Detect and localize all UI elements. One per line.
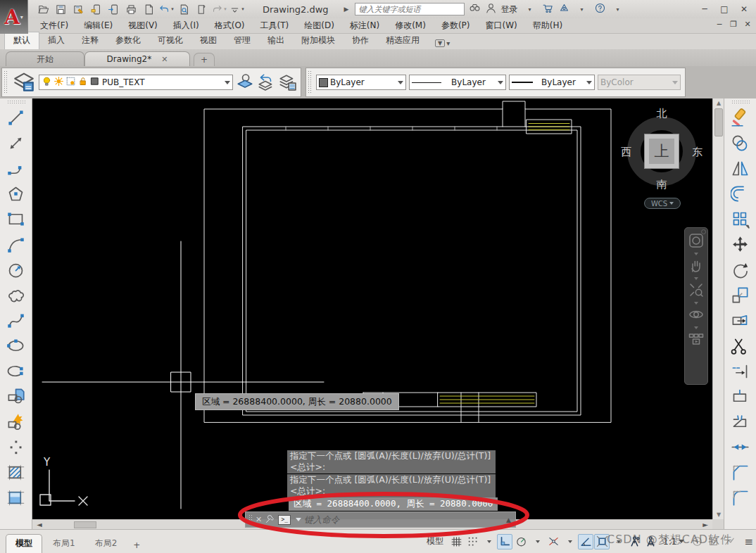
menu-item-参数P[interactable]: 参数(P)	[434, 18, 478, 33]
linetype-dropdown[interactable]: ByLayer	[409, 75, 506, 90]
menu-item-绘图D[interactable]: 绘图(D)	[296, 18, 342, 33]
copy-tool-button[interactable]	[726, 130, 755, 155]
redo-icon[interactable]: ▾	[211, 2, 227, 16]
break-tool-button[interactable]	[726, 409, 755, 434]
revision-cloud-tool-button[interactable]	[2, 282, 30, 307]
ribbon-tab-输出[interactable]: 输出	[259, 32, 293, 49]
offset-tool-button[interactable]	[726, 181, 755, 206]
insert-block-tool-button[interactable]	[2, 383, 30, 409]
hatch-tool-button[interactable]	[2, 459, 30, 485]
ellipse-arc-tool-button[interactable]	[2, 358, 30, 383]
save-icon[interactable]	[53, 2, 68, 16]
mirror-tool-button[interactable]	[726, 155, 755, 181]
layer-previous-icon[interactable]	[257, 72, 275, 93]
stretch-tool-button[interactable]	[726, 307, 755, 333]
ortho-mode-toggle[interactable]	[497, 534, 512, 549]
plot-icon[interactable]	[123, 2, 139, 16]
sign-in-dropdown-icon[interactable]: ▾	[522, 2, 538, 16]
navbar-customize-icon[interactable]	[701, 229, 706, 234]
scale-tool-button[interactable]	[726, 282, 755, 307]
erase-tool-button[interactable]	[726, 105, 755, 130]
menu-item-修改M[interactable]: 修改(M)	[387, 18, 434, 33]
doc-minimize-button[interactable]: ─	[714, 20, 725, 29]
polar-tracking-dropdown-icon[interactable]	[529, 534, 545, 549]
move-tool-button[interactable]	[726, 231, 755, 257]
spline-tool-button[interactable]	[2, 307, 30, 333]
vertical-scrollbar[interactable]: ▲ ▼	[712, 98, 724, 519]
layout-tab-模型[interactable]: 模型	[6, 534, 42, 553]
a360-dropdown-icon[interactable]: ▾	[574, 2, 590, 16]
minimize-button[interactable]: ─	[695, 2, 714, 16]
polygon-tool-button[interactable]	[2, 181, 30, 206]
view-cube-north-label[interactable]: 北	[657, 107, 667, 120]
tab-close-icon[interactable]: ✕	[161, 55, 168, 64]
snap-mode-toggle[interactable]	[465, 534, 480, 549]
command-input[interactable]	[304, 514, 503, 525]
search-icon[interactable]	[469, 2, 481, 16]
layout-tab-布局2[interactable]: 布局2	[86, 535, 127, 553]
object-color-dropdown[interactable]: ByLayer	[316, 75, 406, 90]
navbar-dropdown-icon[interactable]	[694, 253, 698, 255]
ribbon-tab-协作[interactable]: 协作	[344, 32, 377, 49]
command-bar-grip[interactable]	[248, 514, 253, 525]
menu-item-插入I[interactable]: 插入(I)	[165, 18, 207, 33]
ribbon-tab-管理[interactable]: 管理	[225, 32, 259, 49]
layer-properties-icon[interactable]	[12, 70, 36, 96]
construction-line-tool-button[interactable]	[2, 130, 30, 155]
array-tool-button[interactable]	[726, 206, 755, 231]
line-tool-button[interactable]	[2, 105, 30, 130]
ellipse-tool-button[interactable]	[2, 333, 30, 358]
help-icon[interactable]	[594, 2, 606, 16]
scroll-down-icon[interactable]: ▼	[713, 511, 724, 518]
model-space-label[interactable]: 模型	[422, 535, 448, 547]
navigation-wheel-icon[interactable]	[688, 232, 705, 251]
customization-menu-icon[interactable]: ≡	[741, 535, 756, 548]
command-bar-close-icon[interactable]: ✕	[256, 515, 262, 524]
ribbon-tab-注释[interactable]: 注释	[73, 32, 107, 49]
save-as-icon[interactable]	[70, 2, 86, 16]
make-object-layer-current-icon[interactable]	[236, 72, 254, 93]
ribbon-tab-可视化[interactable]: 可视化	[149, 32, 191, 49]
zoom-icon[interactable]	[688, 281, 705, 300]
scroll-right-icon[interactable]: ►	[703, 520, 708, 530]
extend-tool-button[interactable]	[726, 358, 755, 383]
rectangle-tool-button[interactable]	[2, 206, 30, 231]
ribbon-tab-附加模块[interactable]: 附加模块	[293, 32, 344, 49]
ribbon-tab-参数化[interactable]: 参数化	[107, 32, 149, 49]
sign-in-button[interactable]: 登录	[501, 4, 518, 15]
customize-quick-access-icon[interactable]: ▾	[229, 2, 244, 16]
ribbon-tab-精选应用[interactable]: 精选应用	[377, 32, 428, 49]
arc-tool-button[interactable]	[2, 231, 30, 257]
break-at-point-tool-button[interactable]	[726, 383, 755, 409]
help-dropdown-icon[interactable]: ▾	[610, 2, 626, 16]
layer-states-icon[interactable]	[278, 72, 296, 93]
doc-close-button[interactable]: ✕	[742, 20, 753, 29]
orbit-icon[interactable]	[688, 306, 705, 325]
command-expand-icon[interactable]: ▲	[506, 516, 511, 523]
vertical-scroll-thumb[interactable]	[714, 108, 723, 136]
menu-item-编辑E[interactable]: 编辑(E)	[76, 18, 120, 33]
join-tool-button[interactable]	[726, 434, 755, 459]
panel-grip[interactable]	[4, 70, 8, 94]
customize-wrench-icon[interactable]	[265, 514, 275, 526]
create-block-tool-button[interactable]	[2, 409, 30, 434]
point-tool-button[interactable]	[2, 434, 30, 459]
toolbar-grip[interactable]	[7, 100, 25, 103]
close-button[interactable]: ✕	[735, 2, 753, 16]
ribbon-tab-默认[interactable]: 默认	[4, 32, 39, 49]
view-cube-east-label[interactable]: 东	[692, 146, 703, 159]
chamfer-tool-button[interactable]	[726, 459, 755, 485]
navbar-dropdown-icon[interactable]	[694, 326, 698, 329]
view-cube-west-label[interactable]: 西	[621, 146, 631, 159]
navbar-dropdown-icon[interactable]	[694, 277, 698, 280]
menu-item-文件F[interactable]: 文件(F)	[32, 18, 76, 33]
open-from-mobile-icon[interactable]	[106, 2, 121, 16]
view-cube[interactable]: 北 南 西 东 上	[616, 106, 707, 197]
layer-dropdown[interactable]: PUB_TEXT	[39, 75, 233, 90]
ribbon-tab-插入[interactable]: 插入	[39, 32, 73, 49]
plot-preview-icon[interactable]	[176, 2, 191, 16]
toolbar-grip[interactable]	[731, 100, 750, 103]
isometric-drafting-toggle[interactable]	[546, 534, 561, 549]
menu-item-工具T[interactable]: 工具(T)	[253, 18, 297, 33]
snap-mode-dropdown-icon[interactable]	[481, 534, 496, 549]
